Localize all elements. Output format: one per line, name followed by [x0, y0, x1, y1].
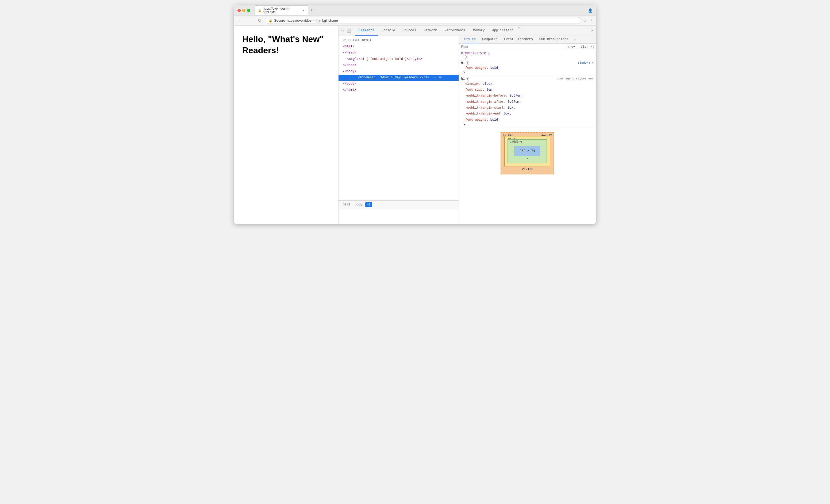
- box-model-margin: margin 21.440 border - padding - -: [501, 132, 554, 175]
- page-content: Hello, "What's New" Readers!: [234, 26, 339, 224]
- css-prop-display: display: block;: [461, 81, 594, 87]
- styles-panel: Styles Computed Event Listeners DOM Brea…: [459, 36, 596, 224]
- maximize-button[interactable]: [247, 9, 250, 12]
- window-controls: 👤: [588, 8, 593, 12]
- dom-line-head-close: </head>: [339, 62, 458, 68]
- filter-cls-button[interactable]: .cls: [578, 45, 587, 49]
- padding-bottom-value: -: [511, 156, 544, 160]
- browser-window: 🔒 https://overrides-in-html.glitc… ✕ + 👤…: [234, 5, 596, 224]
- menu-icon[interactable]: ⋮: [589, 19, 593, 23]
- close-button[interactable]: [237, 9, 241, 12]
- styles-filter-bar: :hov .cls +: [459, 43, 596, 50]
- breadcrumb-h1[interactable]: h1: [365, 202, 372, 207]
- tab-bar: 🔒 https://overrides-in-html.glitc… ✕ +: [255, 5, 586, 15]
- box-model-content: 352 × 74: [514, 146, 540, 156]
- event-listeners-tab[interactable]: Event Listeners: [501, 36, 536, 43]
- breadcrumb-body[interactable]: body: [353, 202, 364, 207]
- devtools-panel: ⬚ ⬜ Elements Console Sources Network: [339, 26, 596, 224]
- css-selector-element-style: element.style {: [461, 51, 594, 55]
- margin-bottom-value: 21.440: [504, 166, 550, 171]
- dom-line-body-close: </body>: [339, 81, 458, 87]
- padding-label: padding: [510, 140, 522, 144]
- css-close-element-style: }: [461, 55, 594, 59]
- css-prop-margin-after: -webkit-margin-after: 0.67em;: [461, 99, 594, 105]
- minimize-button[interactable]: [242, 9, 246, 12]
- tab-close-icon[interactable]: ✕: [302, 9, 305, 12]
- computed-tab[interactable]: Computed: [479, 36, 501, 43]
- breadcrumb-html[interactable]: html: [341, 202, 352, 207]
- padding-left-value: -: [512, 150, 514, 153]
- css-close-h1-index: }: [461, 71, 594, 75]
- css-prop-font-weight-bold: font-weight: bold;: [461, 65, 594, 71]
- url-text: https://overrides-in-html.glitch.me: [287, 19, 338, 23]
- box-model-diagram: margin 21.440 border - padding - -: [459, 128, 596, 179]
- tab-title: https://overrides-in-html.glitc…: [263, 7, 300, 14]
- styles-tab[interactable]: Styles: [461, 36, 479, 43]
- css-prop-font-size: font-size: 2em;: [461, 87, 594, 93]
- forward-button[interactable]: →: [247, 18, 254, 24]
- tab-application[interactable]: Application: [488, 26, 517, 36]
- traffic-lights: [237, 9, 250, 12]
- dom-line-head[interactable]: ▾<head>: [339, 50, 458, 56]
- css-selector-h1-index: h1 { (index):4: [461, 61, 594, 65]
- tab-console[interactable]: Console: [378, 26, 399, 36]
- secure-icon: 🔒: [268, 19, 273, 23]
- filter-hov-button[interactable]: :hov: [567, 45, 576, 49]
- page-heading: Hello, "What's New" Readers!: [242, 34, 330, 56]
- css-prop-margin-end: -webkit-margin-end: 0px;: [461, 111, 594, 117]
- css-rule-h1-index: h1 { (index):4 font-weight: bold; }: [459, 60, 596, 76]
- box-model-padding: padding - - - 352 × 74 -: [508, 139, 547, 163]
- tab-active[interactable]: 🔒 https://overrides-in-html.glitc… ✕: [255, 5, 308, 15]
- dom-breakpoints-tab[interactable]: DOM Breakpoints: [536, 36, 571, 43]
- tab-favicon: 🔒: [258, 9, 261, 12]
- browser-content: Hello, "What's New" Readers! ⬚ ⬜ Element…: [234, 26, 596, 224]
- css-rule-element-style: element.style { }: [459, 50, 596, 60]
- address-bar: ← → ↻ 🔒 Secure https://overrides-in-html…: [234, 15, 596, 26]
- more-styles-tabs-icon[interactable]: »: [574, 36, 576, 43]
- devtools-close-icon[interactable]: ✕: [592, 28, 594, 33]
- padding-right-value: -: [541, 150, 543, 153]
- tab-performance[interactable]: Performance: [441, 26, 469, 36]
- dom-line-style[interactable]: <style>h1 { font-weight: bold }</style>: [339, 56, 458, 62]
- new-tab-button[interactable]: +: [310, 7, 313, 13]
- css-source-ua: user agent stylesheet: [556, 77, 594, 80]
- account-icon[interactable]: 👤: [588, 8, 593, 12]
- back-button[interactable]: ←: [237, 18, 245, 24]
- box-model-border: border - padding - - - 352 × 74: [504, 136, 550, 166]
- devtools-tabs: Elements Console Sources Network Perform…: [355, 26, 521, 36]
- css-rule-h1-ua: h1 { user agent stylesheet display: bloc…: [459, 76, 596, 128]
- dom-line-html[interactable]: <html>: [339, 43, 458, 50]
- filter-actions: :hov .cls +: [567, 45, 594, 49]
- dom-breadcrumb: html body h1: [339, 200, 458, 209]
- dom-panel: <!DOCTYPE html> <html> ▾<head> <style>h1…: [339, 36, 459, 224]
- dom-line-html-close: </html>: [339, 87, 458, 93]
- address-actions: ☆ ⋮: [583, 19, 593, 23]
- css-prop-margin-before: -webkit-margin-before: 0.67em;: [461, 93, 594, 99]
- more-tabs-icon[interactable]: »: [518, 26, 521, 36]
- dom-line-body[interactable]: ▾<body>: [339, 68, 458, 75]
- filter-add-button[interactable]: +: [589, 45, 594, 49]
- refresh-button[interactable]: ↻: [256, 18, 263, 24]
- devtools-toolbar: ⬚ ⬜ Elements Console Sources Network: [339, 26, 596, 36]
- device-toggle-icon[interactable]: ⬜: [346, 28, 352, 33]
- devtools-icons: ⬚ ⬜: [341, 28, 352, 33]
- address-input-bar[interactable]: 🔒 Secure https://overrides-in-html.glitc…: [265, 17, 581, 24]
- content-row: - 352 × 74 -: [511, 146, 544, 156]
- tab-elements[interactable]: Elements: [355, 26, 378, 36]
- devtools-body: <!DOCTYPE html> <html> ▾<head> <style>h1…: [339, 36, 596, 224]
- dom-line-doctype: <!DOCTYPE html>: [339, 37, 458, 43]
- css-source-index[interactable]: (index):4: [578, 61, 594, 64]
- inspect-element-icon[interactable]: ⬚: [341, 28, 344, 33]
- tab-network[interactable]: Network: [420, 26, 441, 36]
- styles-sub-tabs: Styles Computed Event Listeners DOM Brea…: [459, 36, 596, 43]
- secure-label: Secure: [274, 19, 285, 23]
- styles-filter-input[interactable]: [461, 45, 565, 49]
- padding-value: -: [543, 140, 545, 144]
- tab-memory[interactable]: Memory: [470, 26, 488, 36]
- devtools-options-icon[interactable]: ⋮: [585, 28, 589, 33]
- content-size: 352 × 74: [519, 149, 535, 153]
- dom-line-h1[interactable]: ... <h1>Hello, "What's New" Readers!</h1…: [339, 75, 458, 81]
- bookmark-icon[interactable]: ☆: [583, 19, 587, 23]
- tab-sources[interactable]: Sources: [399, 26, 419, 36]
- devtools-toolbar-right: ⋮ ✕: [585, 28, 594, 33]
